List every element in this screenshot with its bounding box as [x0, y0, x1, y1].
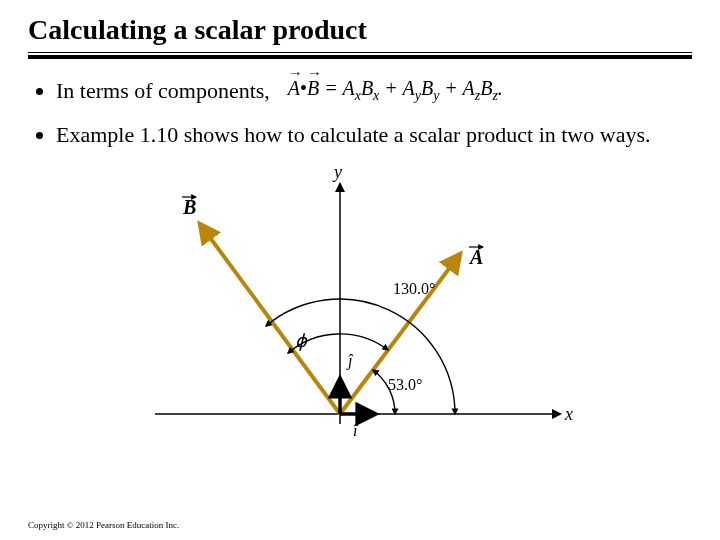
diagram-container: x y A B î ĵ 53.0° ϕ [28, 164, 692, 464]
vector-b-label: B [182, 196, 196, 218]
vector-b [200, 224, 340, 414]
unit-i-label: î [353, 422, 359, 439]
title-rule-thick [28, 55, 692, 59]
bullet-1: In terms of components, A•B = AxBx + AyB… [56, 75, 692, 106]
angle-phi-label: ϕ [295, 331, 308, 351]
unit-j-label: ĵ [346, 352, 354, 370]
angle-arc-130 [266, 299, 455, 414]
vector-a-label: A [468, 246, 483, 268]
angle-130-label: 130.0° [393, 280, 435, 297]
y-axis-label: y [332, 164, 342, 182]
bullet-2: Example 1.10 shows how to calculate a sc… [56, 120, 692, 150]
vector-diagram: x y A B î ĵ 53.0° ϕ [140, 164, 580, 464]
formula: A•B = AxBx + AyBy + AzBz. [288, 75, 503, 106]
bullet-1-text: In terms of components, [56, 76, 270, 106]
copyright-text: Copyright © 2012 Pearson Education Inc. [28, 520, 179, 530]
title-rule-thin [28, 52, 692, 53]
slide-title: Calculating a scalar product [28, 14, 692, 46]
bullet-list: In terms of components, A•B = AxBx + AyB… [28, 75, 692, 150]
angle-53-label: 53.0° [388, 376, 422, 393]
slide: Calculating a scalar product In terms of… [0, 0, 720, 540]
x-axis-label: x [564, 404, 573, 424]
